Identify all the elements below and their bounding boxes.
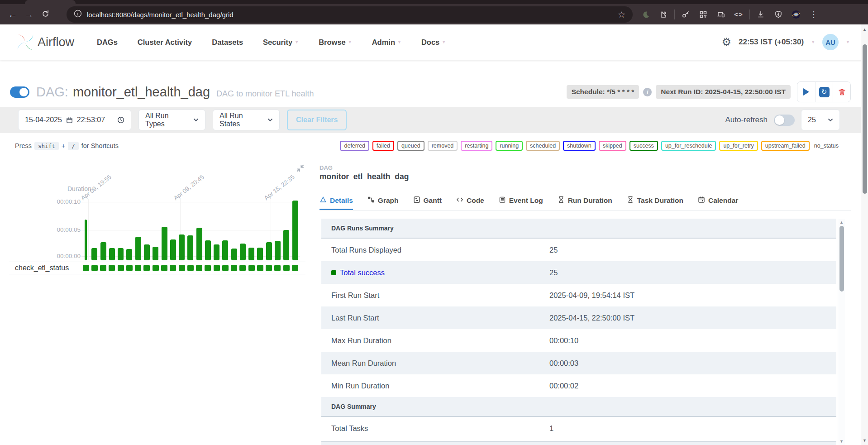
run-duration-bar[interactable] — [91, 248, 97, 260]
tab-event-log[interactable]: Event Log — [499, 192, 543, 210]
run-duration-bar[interactable] — [205, 240, 211, 260]
run-duration-bar[interactable] — [196, 228, 202, 260]
task-instance-square[interactable] — [231, 265, 237, 271]
scrollbar-thumb[interactable] — [863, 44, 867, 194]
legend-badge-restarting[interactable]: restarting — [461, 141, 492, 151]
run-duration-bar[interactable] — [248, 248, 254, 260]
legend-badge-shutdown[interactable]: shutdown — [563, 141, 596, 151]
privacy-shield-icon[interactable] — [772, 8, 785, 21]
task-instance-square[interactable] — [274, 265, 281, 271]
tab-run-duration[interactable]: Run Duration — [558, 192, 612, 210]
task-instance-square[interactable] — [143, 265, 150, 271]
task-instance-square[interactable] — [283, 265, 290, 271]
reload-icon[interactable] — [37, 10, 53, 19]
task-instance-square[interactable] — [118, 265, 124, 271]
task-name[interactable]: check_etl_status — [15, 264, 69, 272]
run-duration-bar[interactable] — [153, 247, 158, 260]
tab-gantt[interactable]: Gantt — [413, 192, 442, 210]
legend-badge-up-for-retry[interactable]: up_for_retry — [719, 141, 758, 151]
url-text[interactable]: localhost:8080/dags/monitor_etl_health_d… — [87, 11, 613, 19]
tab-calendar[interactable]: Calendar — [698, 192, 738, 210]
run-duration-bar[interactable] — [187, 235, 193, 260]
legend-badge-success[interactable]: success — [630, 141, 658, 151]
task-instance-square[interactable] — [187, 265, 194, 271]
legend-badge-skipped[interactable]: skipped — [599, 141, 626, 151]
run-duration-bar[interactable] — [135, 237, 141, 260]
tab-task-duration[interactable]: Task Duration — [627, 192, 683, 210]
state-filter-link[interactable]: Total success — [331, 268, 385, 277]
schedule-badge[interactable]: Schedule: */5 * * * * — [567, 85, 639, 99]
avatar[interactable]: AU — [822, 34, 839, 50]
extensions-puzzle-icon[interactable] — [657, 8, 670, 21]
scroll-up-icon[interactable]: ▲ — [861, 27, 868, 32]
run-duration-bar[interactable] — [100, 242, 106, 260]
tab-details[interactable]: Details — [320, 192, 353, 210]
scrollbar-thumb[interactable] — [839, 226, 844, 292]
window-scrollbar[interactable]: ▲ ▼ — [861, 24, 868, 445]
run-types-select[interactable]: All Run Types — [138, 110, 205, 130]
run-duration-bar[interactable] — [126, 249, 132, 260]
run-duration-bar[interactable] — [85, 220, 87, 260]
run-duration-bar[interactable] — [257, 248, 263, 260]
run-duration-bar[interactable] — [266, 242, 272, 260]
tab-graph[interactable]: Graph — [367, 192, 399, 210]
run-duration-bar[interactable] — [162, 227, 167, 260]
task-instance-square[interactable] — [257, 265, 263, 271]
bookmark-star-icon[interactable]: ☆ — [618, 10, 625, 20]
task-instance-square[interactable] — [222, 265, 229, 271]
site-info-icon[interactable] — [74, 10, 82, 19]
task-instance-square[interactable] — [126, 265, 133, 271]
airflow-brand[interactable]: Airflow — [38, 35, 74, 49]
back-icon[interactable]: ← — [5, 10, 21, 19]
nav-item-security[interactable]: Security▼ — [263, 38, 299, 47]
legend-badge-removed[interactable]: removed — [428, 141, 458, 151]
task-instance-square[interactable] — [205, 265, 211, 271]
task-instance-square[interactable] — [83, 265, 89, 271]
run-duration-bar[interactable] — [214, 244, 219, 260]
task-instance-square[interactable] — [214, 265, 220, 271]
legend-badge-upstream-failed[interactable]: upstream_failed — [761, 141, 810, 151]
task-instance-square[interactable] — [91, 265, 98, 271]
task-instance-square[interactable] — [266, 265, 272, 271]
task-instance-square[interactable] — [196, 265, 202, 271]
run-duration-bar[interactable] — [118, 248, 124, 260]
dag-pause-toggle[interactable] — [10, 86, 29, 98]
legend-badge-scheduled[interactable]: scheduled — [526, 141, 560, 151]
scroll-down-icon[interactable]: ▼ — [861, 438, 868, 443]
page-size-select[interactable]: 25 — [801, 110, 840, 130]
task-instance-square[interactable] — [135, 265, 141, 271]
run-duration-bar[interactable] — [240, 244, 246, 260]
nav-item-docs[interactable]: Docs▼ — [421, 38, 446, 47]
run-duration-bar[interactable] — [222, 240, 228, 260]
run-duration-bar[interactable] — [292, 201, 298, 260]
run-duration-bar[interactable] — [283, 230, 289, 260]
collapse-panel-icon[interactable] — [296, 164, 305, 174]
task-instance-square[interactable] — [239, 265, 246, 271]
task-instance-square[interactable] — [170, 265, 176, 271]
forward-icon[interactable]: → — [21, 10, 37, 19]
legend-badge-deferred[interactable]: deferred — [340, 141, 369, 151]
legend-badge-up-for-reschedule[interactable]: up_for_reschedule — [661, 141, 716, 151]
nav-item-browse[interactable]: Browse▼ — [319, 38, 352, 47]
run-duration-bar[interactable] — [170, 239, 176, 260]
qr-code-icon[interactable] — [696, 8, 710, 21]
task-instance-square[interactable] — [109, 265, 115, 271]
nav-item-dags[interactable]: DAGs — [97, 38, 118, 47]
browser-active-tab[interactable] — [25, 0, 76, 4]
task-instance-square[interactable] — [153, 265, 159, 271]
nav-item-datasets[interactable]: Datasets — [212, 38, 243, 47]
devices-icon[interactable] — [714, 8, 728, 21]
clock-display[interactable]: 22:53 IST (+05:30) — [739, 38, 804, 47]
delete-dag-button[interactable] — [833, 82, 850, 102]
password-key-icon[interactable] — [679, 8, 692, 21]
date-value[interactable]: 15-04-2025 — [25, 116, 62, 124]
details-scrollbar[interactable]: ▲ ▼ — [838, 219, 845, 445]
legend-badge-failed[interactable]: failed — [372, 141, 394, 151]
task-instance-square[interactable] — [292, 265, 298, 271]
auto-refresh-toggle[interactable] — [774, 115, 795, 126]
run-duration-bar[interactable] — [179, 234, 185, 260]
profile-avatar-icon[interactable] — [789, 8, 803, 21]
scroll-down-icon[interactable]: ▼ — [838, 439, 845, 444]
run-states-select[interactable]: All Run States — [213, 110, 280, 130]
info-icon[interactable]: i — [643, 88, 652, 96]
